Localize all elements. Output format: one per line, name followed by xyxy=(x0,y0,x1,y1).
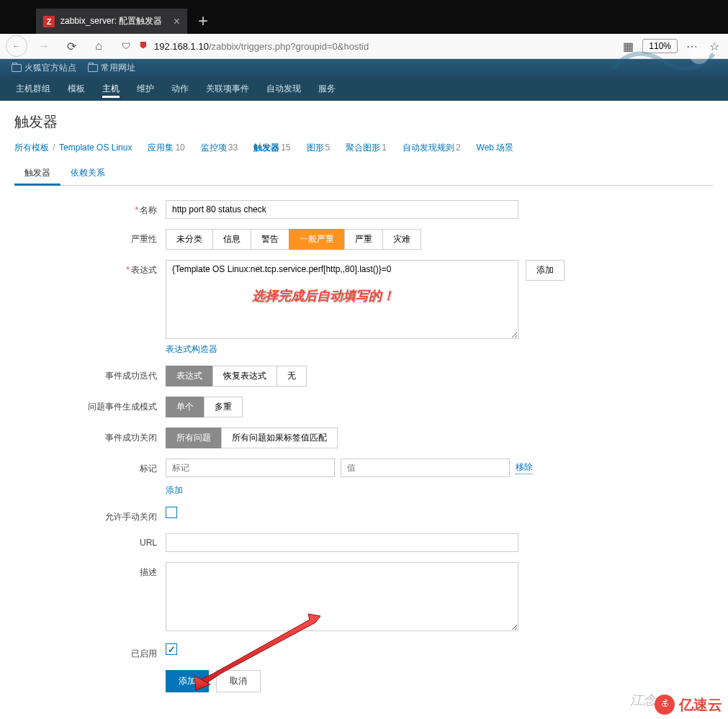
ok-close-all[interactable]: 所有问题 xyxy=(166,428,222,448)
forward-button[interactable]: → xyxy=(33,35,55,57)
label-ok-event: 事件成功迭代 xyxy=(14,366,166,382)
subtab-dependencies[interactable]: 依赖关系 xyxy=(60,161,115,185)
tag-add-link[interactable]: 添加 xyxy=(166,485,183,495)
nav-discovery[interactable]: 自动发现 xyxy=(258,76,310,101)
subtabs: 触发器 依赖关系 xyxy=(14,161,714,186)
label-description: 描述 xyxy=(14,562,166,579)
label-enabled: 已启用 xyxy=(14,643,166,660)
tab-title: zabbix_server: 配置触发器 xyxy=(60,15,168,27)
nav-hosts[interactable]: 主机 xyxy=(94,76,128,101)
sev-disaster[interactable]: 灾难 xyxy=(382,229,421,250)
subtab-trigger[interactable]: 触发器 xyxy=(14,161,60,185)
label-manual-close: 允许手动关闭 xyxy=(14,507,166,523)
label-severity: 严重性 xyxy=(14,229,166,245)
nav-correlation[interactable]: 关联项事件 xyxy=(197,76,258,101)
label-tags: 标记 xyxy=(14,458,166,475)
severity-group: 未分类 信息 警告 一般严重 严重 灾难 xyxy=(166,229,598,250)
ok-event-expression[interactable]: 表达式 xyxy=(166,366,213,386)
bc-triggers[interactable]: 触发器 xyxy=(253,143,279,153)
expression-builder-link[interactable]: 表达式构造器 xyxy=(166,344,217,354)
breadcrumb: 所有模板 / Template OS Linux 应用集10 监控项33 触发器… xyxy=(14,142,714,154)
close-tab-icon[interactable]: × xyxy=(174,15,180,28)
browser-tab-strip: Z zabbix_server: 配置触发器 × + xyxy=(0,0,728,34)
problem-mode-single[interactable]: 单个 xyxy=(166,397,205,417)
nav-actions[interactable]: 动作 xyxy=(163,76,197,101)
problem-mode-group: 单个 多重 xyxy=(166,397,598,417)
url-bar[interactable]: 🛡 ⛊ 192.168.1.10/zabbix/triggers.php?gro… xyxy=(115,40,614,53)
zabbix-favicon: Z xyxy=(43,16,55,27)
menu-dots-icon[interactable]: ⋯ xyxy=(683,40,701,53)
new-tab-button[interactable]: + xyxy=(198,11,208,31)
sev-information[interactable]: 信息 xyxy=(212,229,251,250)
label-name: *名称 xyxy=(14,200,166,217)
brand-logo-icon: ಹ xyxy=(655,695,675,715)
cancel-button[interactable]: 取消 xyxy=(216,670,261,692)
tag-value-input[interactable] xyxy=(341,458,510,477)
back-button[interactable]: ← xyxy=(6,35,27,57)
lock-slash-icon: ⛊ xyxy=(137,40,150,53)
nav-hostgroups[interactable]: 主机群组 xyxy=(7,76,59,101)
qr-icon[interactable]: ▦ xyxy=(620,40,637,53)
bookmark-star-icon[interactable]: ☆ xyxy=(706,40,722,53)
bc-template-name[interactable]: Template OS Linux xyxy=(59,143,132,153)
bc-graphs[interactable]: 图形 xyxy=(307,143,324,153)
ok-event-none[interactable]: 无 xyxy=(277,366,307,386)
tag-remove-link[interactable]: 移除 xyxy=(516,461,533,474)
reload-button[interactable]: ⟳ xyxy=(60,35,82,57)
url-input[interactable] xyxy=(166,533,518,552)
bc-all-templates[interactable]: 所有模板 xyxy=(14,143,49,153)
author-watermark: 江念 xyxy=(630,692,656,709)
browser-tab[interactable]: Z zabbix_server: 配置触发器 × xyxy=(36,9,187,34)
enabled-checkbox[interactable] xyxy=(166,643,177,655)
page-title: 触发器 xyxy=(14,112,714,132)
sev-not-classified[interactable]: 未分类 xyxy=(166,229,213,250)
tag-name-input[interactable] xyxy=(166,458,335,477)
label-expression: *表达式 xyxy=(14,260,166,276)
sev-high[interactable]: 严重 xyxy=(344,229,383,250)
label-url: URL xyxy=(14,533,166,548)
ok-close-group: 所有问题 所有问题如果标签值匹配 xyxy=(166,428,598,448)
label-problem-mode: 问题事件生成模式 xyxy=(14,397,166,413)
bc-applications[interactable]: 应用集 xyxy=(148,143,174,153)
ok-event-group: 表达式 恢复表达式 无 xyxy=(166,366,598,386)
bookmark-firefox-official[interactable]: 火狐官方站点 xyxy=(12,62,76,74)
browser-toolbar: ← → ⟳ ⌂ 🛡 ⛊ 192.168.1.10/zabbix/triggers… xyxy=(0,34,728,59)
name-input[interactable] xyxy=(166,200,518,219)
expression-textarea[interactable]: {Template OS Linux:net.tcp.service.perf[… xyxy=(166,260,518,339)
page-content: 触发器 所有模板 / Template OS Linux 应用集10 监控项33… xyxy=(0,101,728,719)
brand-watermark: ಹ 亿速云 xyxy=(655,695,722,715)
nav-templates[interactable]: 模板 xyxy=(59,76,94,101)
ok-close-tag-match[interactable]: 所有问题如果标签值匹配 xyxy=(221,428,338,448)
sev-average[interactable]: 一般严重 xyxy=(289,229,345,250)
label-ok-close: 事件成功关闭 xyxy=(14,428,166,444)
sev-warning[interactable]: 警告 xyxy=(251,229,289,250)
home-button[interactable]: ⌂ xyxy=(88,35,109,57)
manual-close-checkbox[interactable] xyxy=(166,507,177,518)
nav-maintenance[interactable]: 维护 xyxy=(128,76,163,101)
bc-discovery-rules[interactable]: 自动发现规则 xyxy=(403,143,454,153)
expression-add-button[interactable]: 添加 xyxy=(526,260,565,281)
folder-icon xyxy=(88,64,98,72)
problem-mode-multiple[interactable]: 多重 xyxy=(204,397,243,417)
bookmark-common-sites[interactable]: 常用网址 xyxy=(88,62,135,74)
bc-web[interactable]: Web 场景 xyxy=(477,143,514,153)
trigger-form: *名称 严重性 未分类 信息 警告 一般严重 严重 灾难 *表达式 {Templ… xyxy=(14,186,714,717)
ok-event-recovery[interactable]: 恢复表达式 xyxy=(212,366,277,386)
bc-items[interactable]: 监控项 xyxy=(201,143,227,153)
folder-icon xyxy=(12,64,22,72)
bc-screens[interactable]: 聚合图形 xyxy=(346,143,380,153)
zoom-indicator[interactable]: 110% xyxy=(642,39,678,53)
url-text: 192.168.1.10/zabbix/triggers.php?groupid… xyxy=(154,41,369,52)
nav-services[interactable]: 服务 xyxy=(310,76,344,101)
description-textarea[interactable] xyxy=(166,562,518,631)
submit-button[interactable]: 添加 xyxy=(166,670,209,692)
zabbix-nav: 主机群组 模板 主机 维护 动作 关联项事件 自动发现 服务 xyxy=(0,76,728,101)
bookmarks-bar: 火狐官方站点 常用网址 xyxy=(0,59,728,76)
shield-icon: 🛡 xyxy=(120,40,132,53)
